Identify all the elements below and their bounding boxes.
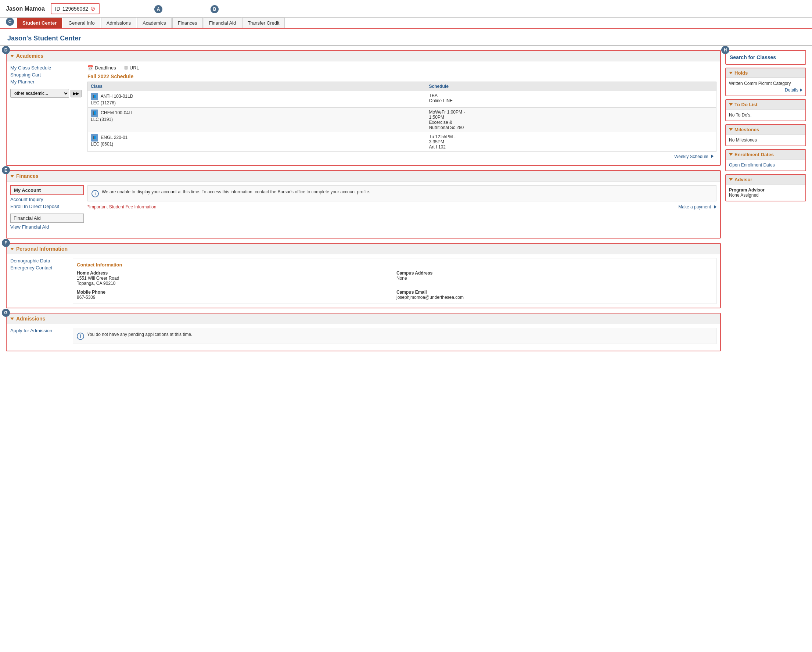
apply-admission-link[interactable]: Apply for Admission [10,328,52,333]
advisor-body: Program Advisor None Assigned [726,185,805,201]
advisor-type: Program Advisor [729,188,803,192]
make-payment-link[interactable]: Make a payment [678,205,711,209]
badge-c: C [6,18,14,26]
badge-a: A [154,5,162,13]
collapse-finances-icon[interactable] [10,175,14,177]
weekly-schedule-label: Weekly Schedule [674,154,708,159]
personal-left: Demographic Data Emergency Contact [10,258,69,304]
mobile-phone-field: Mobile Phone 867-5309 [77,290,393,300]
schedule-col-header: Schedule [426,82,716,91]
shopping-cart-link[interactable]: Shopping Cart [10,72,84,78]
search-classes-section: Search for Classes [725,50,806,65]
finances-info-message: We are unable to display your account at… [102,189,370,194]
admissions-left: Apply for Admission [10,328,69,347]
academics-header: Academics [7,51,720,61]
no-entry-icon: ⊘ [90,5,95,12]
admissions-right: i You do not have any pending applicatio… [73,328,716,347]
search-classes-link[interactable]: Search for Classes [726,51,805,64]
tab-academics[interactable]: Academics [137,18,172,28]
campus-email-value: josephjmomoa@underthesea.com [397,295,713,300]
go-button[interactable]: ▶▶ [70,90,82,98]
class-icon: 📘 [91,93,98,100]
my-planner-link[interactable]: My Planner [10,79,84,84]
tab-admissions[interactable]: Admissions [101,18,136,28]
deadlines-label: Deadlines [95,65,116,70]
deadlines-toolbar-item[interactable]: 📅 Deadlines [87,65,116,70]
tab-transfer-credit[interactable]: Transfer Credit [242,18,285,28]
tab-financial-aid[interactable]: Financial Aid [203,18,242,28]
home-address-value: 1551 Will Greer RoadTopanga, CA 90210 [77,276,393,286]
badge-d: D [2,46,10,54]
url-toolbar-item[interactable]: 🖥 URL [124,65,139,70]
finances-section: E Finances My Account Account Inquiry En… [6,170,721,238]
deadlines-icon: 📅 [87,65,93,70]
badge-f: F [2,239,10,247]
collapse-enrollment-icon[interactable] [729,153,733,156]
personal-title: Personal Information [16,246,68,252]
nav-tabs: C Student Center General Info Admissions… [0,18,812,29]
collapse-advisor-icon[interactable] [729,178,733,181]
badge-g: G [2,309,10,317]
open-enrollment-link[interactable]: Open Enrollment Dates [729,162,775,168]
table-row: 📘 ANTH 103-01LDLEC (11276) TBAOnline LIN… [88,91,716,108]
advisor-header: Advisor [726,175,805,185]
contact-box: Contact Information Home Address 1551 Wi… [73,258,716,304]
enrollment-title: Enrollment Dates [734,152,774,157]
weekly-schedule-arrow [711,154,714,158]
enroll-direct-deposit-link[interactable]: Enroll In Direct Deposit [10,204,84,209]
personal-info-section: F Personal Information Demographic Data … [6,243,721,308]
admissions-info-icon: i [77,333,84,340]
milestones-message: No Milestones [729,137,803,143]
schedule-toolbar: 📅 Deadlines 🖥 URL [87,65,716,70]
tab-general-info[interactable]: General Info [63,18,100,28]
collapse-milestones-icon[interactable] [729,128,733,131]
class-icon: 📘 [91,110,98,117]
todo-body: No To Do's. [726,110,805,121]
collapse-academics-icon[interactable] [10,55,14,57]
holds-details-link[interactable]: Details [785,87,798,93]
finances-links: Account Inquiry Enroll In Direct Deposit [10,197,84,209]
weekly-schedule-row[interactable]: Weekly Schedule [87,152,716,161]
badge-b: B [211,5,218,13]
collapse-personal-icon[interactable] [10,248,14,250]
my-account-button[interactable]: My Account [10,185,84,195]
academics-title: Academics [16,53,43,59]
financial-aid-button[interactable]: Financial Aid [10,214,84,223]
badge-e: E [2,166,10,174]
emergency-contact-link[interactable]: Emergency Contact [10,265,69,270]
academics-box: Academics My Class Schedule Shopping Car… [6,50,721,166]
tab-finances[interactable]: Finances [172,18,203,28]
enrollment-section: Enrollment Dates Open Enrollment Dates [725,149,806,171]
home-address-field: Home Address 1551 Will Greer RoadTopanga… [77,270,393,286]
admissions-body: Apply for Admission i You do not have an… [7,324,720,351]
class-col-header: Class [88,82,426,91]
class-cell: 📘 CHEM 100-04LLLLC (3191) [88,108,426,132]
academics-right: 📅 Deadlines 🖥 URL Fall 2022 Schedule [87,65,716,161]
main-layout: D Academics My Class Schedule Shopping C… [0,50,812,357]
other-academic-select[interactable]: other academic... [10,89,69,98]
personal-box: Personal Information Demographic Data Em… [6,243,721,308]
important-fee-link[interactable]: *Important Student Fee Information [87,205,156,209]
todo-message: No To Do's. [729,113,803,118]
academics-links: My Class Schedule Shopping Cart My Plann… [10,65,84,84]
collapse-holds-icon[interactable] [729,72,733,74]
account-inquiry-link[interactable]: Account Inquiry [10,197,84,202]
campus-email-field: Campus Email josephjmomoa@underthesea.co… [397,290,713,300]
other-academic-row: other academic... ▶▶ [10,89,84,98]
academics-body: My Class Schedule Shopping Cart My Plann… [7,61,720,165]
class-cell: 📘 ENGL 220-01LEC (8601) [88,132,426,152]
right-panel: H Search for Classes Holds Written Comm … [725,50,806,351]
collapse-admissions-icon[interactable] [10,318,14,320]
financial-aid-links: View Financial Aid [10,224,84,230]
info-icon: i [92,190,99,197]
milestones-body: No Milestones [726,134,805,145]
demographic-data-link[interactable]: Demographic Data [10,258,69,264]
schedule-cell: TBAOnline LINE [426,91,716,108]
my-class-schedule-link[interactable]: My Class Schedule [10,65,84,70]
view-financial-aid-link[interactable]: View Financial Aid [10,224,84,230]
holds-details-arrow [800,89,803,92]
tab-student-center[interactable]: Student Center [17,18,62,28]
collapse-todo-icon[interactable] [729,103,733,106]
id-label: ID [55,6,60,12]
admissions-box: Admissions Apply for Admission i You do … [6,313,721,351]
